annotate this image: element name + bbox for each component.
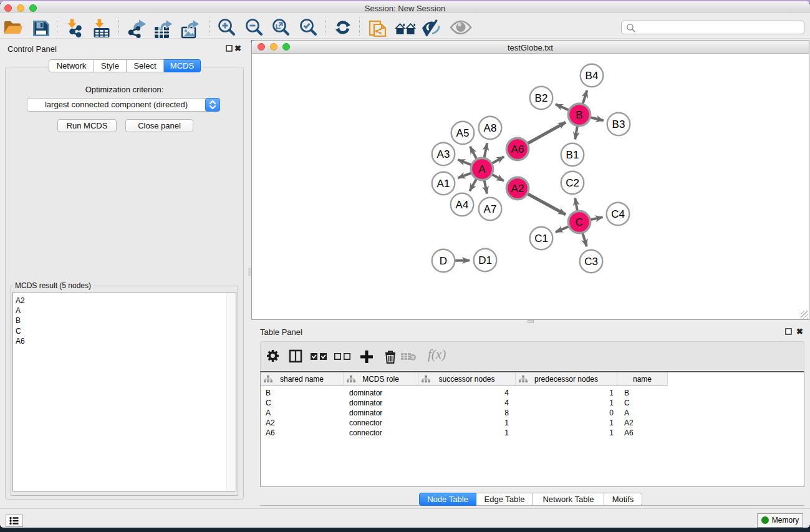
svg-text:C3: C3 [584, 256, 598, 268]
svg-text:C4: C4 [611, 208, 625, 220]
svg-text:B4: B4 [586, 70, 599, 82]
svg-text:A7: A7 [484, 203, 497, 215]
svg-text:B1: B1 [566, 149, 579, 161]
svg-text:C1: C1 [534, 233, 548, 244]
svg-text:A2: A2 [511, 183, 524, 195]
svg-text:B2: B2 [535, 92, 548, 104]
svg-text:C: C [576, 216, 583, 228]
svg-text:A5: A5 [456, 127, 470, 139]
svg-text:A8: A8 [484, 122, 497, 134]
svg-text:D1: D1 [478, 254, 492, 266]
svg-text:C2: C2 [566, 177, 579, 189]
svg-text:A: A [478, 163, 486, 175]
svg-text:D: D [440, 255, 447, 267]
svg-text:B: B [576, 109, 582, 121]
svg-text:A3: A3 [437, 148, 450, 160]
svg-text:B3: B3 [612, 118, 625, 130]
svg-text:A4: A4 [456, 199, 469, 211]
svg-text:A6: A6 [511, 143, 524, 155]
svg-text:A1: A1 [437, 178, 450, 190]
